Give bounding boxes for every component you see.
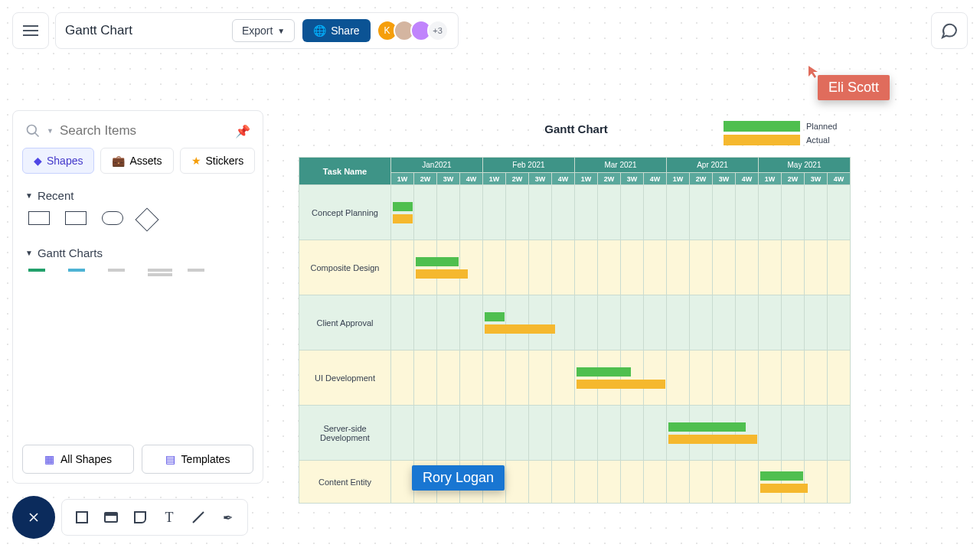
collaborator-cursor-label: Rory Logan [412,465,505,491]
svg-point-0 [28,126,37,135]
tool-strip: T ✒ [61,499,248,536]
close-icon [26,510,41,525]
menu-button[interactable] [12,12,49,49]
collaborator-avatars[interactable]: K +3 [381,20,449,41]
search-icon [25,123,41,139]
tool-pen[interactable]: ✒ [220,510,235,525]
gantt-template-thumb[interactable] [28,269,53,278]
chevron-down-icon: ▼ [277,27,285,35]
templates-button[interactable]: ▤Templates [142,445,253,474]
gantt-template-thumb[interactable] [108,269,132,278]
gantt-template-thumb[interactable] [148,269,172,278]
search-input[interactable] [60,123,229,139]
chat-icon [940,21,959,40]
tool-line[interactable] [191,510,206,525]
tab-stickers[interactable]: ★Stickers [180,148,256,174]
close-tools-button[interactable] [12,496,55,539]
tool-rect[interactable] [74,510,90,525]
shape-rect[interactable] [65,211,87,225]
legend-label: Planned [806,122,837,131]
avatar-overflow[interactable]: +3 [427,20,449,41]
pin-icon[interactable]: 📌 [235,124,250,139]
diamond-icon: ◆ [34,155,42,167]
gantt-template-thumb[interactable] [68,269,93,278]
svg-line-4 [193,512,204,523]
tool-text[interactable]: T [162,510,177,525]
shape-pill[interactable] [102,211,123,225]
star-icon: ★ [191,155,201,167]
legend-label: Actual [806,135,830,145]
tool-card[interactable] [103,510,119,525]
legend-swatch-planned [724,121,800,132]
collaborator-cursor-label: Eli Scott [818,75,890,100]
section-gantt[interactable]: ▼Gantt Charts [22,237,253,266]
shape-rect[interactable] [28,211,50,225]
legend: Planned Actual [724,121,837,148]
tab-shapes[interactable]: ◆Shapes [22,148,94,174]
gantt-chart[interactable]: Gantt Chart Task NameJan2021Feb 2021Mar … [299,122,854,504]
all-shapes-button[interactable]: ▦All Shapes [22,445,134,474]
tab-assets[interactable]: 💼Assets [100,148,173,174]
globe-icon: 🌐 [313,24,326,37]
template-icon: ▤ [165,453,175,465]
tool-note[interactable] [132,510,148,525]
shapes-panel: ▼ 📌 ◆Shapes 💼Assets ★Stickers ▼Recent ▼G… [12,110,263,484]
search-chevron-icon[interactable]: ▼ [47,127,54,135]
section-recent[interactable]: ▼Recent [22,180,253,208]
grid-icon: ▦ [44,453,54,465]
hamburger-icon [23,22,38,39]
export-button[interactable]: Export ▼ [232,19,295,42]
briefcase-icon: 💼 [112,155,125,167]
gantt-template-thumb[interactable] [188,269,212,278]
chat-button[interactable] [931,12,968,49]
title-card: Gantt Chart Export ▼ 🌐 Share K +3 [55,12,459,49]
caret-down-icon: ▼ [25,191,33,200]
share-label: Share [331,24,359,37]
shape-diamond[interactable] [135,207,158,231]
document-title[interactable]: Gantt Chart [65,23,132,38]
svg-line-1 [35,133,39,137]
legend-swatch-actual [724,135,800,145]
export-label: Export [242,24,273,37]
caret-down-icon: ▼ [25,249,33,257]
share-button[interactable]: 🌐 Share [302,19,370,42]
